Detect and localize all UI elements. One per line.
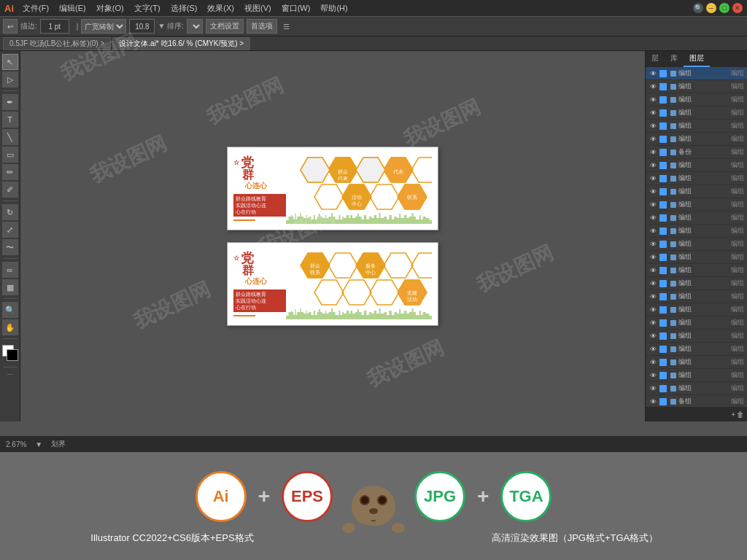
layer-eye-6[interactable]: 👁 [649,148,657,157]
layer-item-19[interactable]: 👁 编组 编组 [646,316,747,330]
layer-edit-25[interactable]: 编组 [731,397,744,406]
layer-eye-19[interactable]: 👁 [649,319,657,327]
layer-item-23[interactable]: 👁 编组 编组 [646,369,747,382]
layer-eye-21[interactable]: 👁 [649,345,657,354]
layer-edit-1[interactable]: 编组 [731,82,744,91]
layer-eye-1[interactable]: 👁 [649,82,657,91]
minimize-button[interactable]: ─ [706,3,716,13]
layer-eye-10[interactable]: 👁 [649,201,657,209]
panel-tab-layers[interactable]: 图层 [684,51,710,67]
maximize-button[interactable]: □ [719,3,729,13]
layer-item-16[interactable]: 👁 编组 编组 [646,277,747,290]
paintbrush-tool[interactable]: ✏ [2,164,18,180]
menu-file[interactable]: 文件(F) [18,1,53,15]
view-select[interactable]: 广宽铸制 [81,19,126,34]
layer-edit-12[interactable]: 编组 [731,226,744,236]
pencil-tool[interactable]: ✐ [2,182,18,198]
layer-eye-2[interactable]: 👁 [649,96,657,104]
menu-select[interactable]: 选择(S) [166,1,202,15]
sort-select[interactable] [187,19,203,34]
layer-edit-23[interactable]: 编组 [731,370,744,380]
menu-effect[interactable]: 效果(X) [203,1,239,15]
layer-eye-17[interactable]: 👁 [649,292,657,301]
layer-eye-20[interactable]: 👁 [649,332,657,341]
layer-eye-25[interactable]: 👁 [649,397,657,406]
layer-eye-0[interactable]: 👁 [649,69,657,78]
breadcrumb-tab-2[interactable]: 设计文体.ai* 吃16.6/ % (CMYK/预览) > [112,37,250,50]
layer-eye-13[interactable]: 👁 [649,240,657,249]
pen-tool[interactable]: ✒ [2,94,18,110]
layer-item-25[interactable]: 👁 备组 编组 [646,395,747,407]
layer-edit-2[interactable]: 编组 [731,95,744,104]
layer-edit-7[interactable]: 编组 [731,160,744,170]
menu-text[interactable]: 文字(T) [130,1,165,15]
color-selector[interactable] [2,345,18,361]
layer-item-2[interactable]: 👁 编组 编组 [646,93,747,106]
layer-eye-8[interactable]: 👁 [649,174,657,183]
layer-item-17[interactable]: 👁 编组 编组 [646,290,747,303]
layer-edit-3[interactable]: 编组 [731,108,744,117]
doc-setup-btn[interactable]: 文档设置 [206,19,244,34]
panel-tab-library[interactable]: 库 [665,51,684,67]
menu-object[interactable]: 对象(O) [92,1,128,15]
select-tool[interactable]: ↖ [2,54,18,70]
layer-item-9[interactable]: 👁 编组 编组 [646,185,747,198]
tool-options-btn[interactable]: ↩ [3,19,18,34]
menu-edit[interactable]: 编辑(E) [55,1,90,15]
layer-edit-22[interactable]: 编组 [731,357,744,367]
menu-view[interactable]: 视图(V) [240,1,276,15]
scale-tool[interactable]: ⤢ [2,222,18,238]
menu-window[interactable]: 窗口(W) [277,1,315,15]
layer-item-4[interactable]: 👁 编组 编组 [646,120,747,133]
layer-edit-19[interactable]: 编组 [731,318,744,327]
layer-item-11[interactable]: 👁 编组 编组 [646,211,747,225]
canvas-area[interactable]: ☆ 党 群 心连心 群众路线教育实践活动心连心在行动 [20,51,645,421]
layer-edit-16[interactable]: 编组 [731,279,744,288]
layer-eye-16[interactable]: 👁 [649,279,657,288]
graph-tool[interactable]: ▦ [2,279,18,295]
layer-edit-10[interactable]: 编组 [731,200,744,209]
layer-edit-13[interactable]: 编组 [731,239,744,249]
layer-edit-5[interactable]: 编组 [731,134,744,144]
stroke-input[interactable] [40,19,69,34]
layer-edit-9[interactable]: 编组 [731,187,744,196]
layer-eye-12[interactable]: 👁 [649,227,657,236]
layer-item-24[interactable]: 👁 编组 编组 [646,382,747,395]
layer-edit-8[interactable]: 编组 [731,174,744,183]
layer-edit-20[interactable]: 编组 [731,331,744,341]
layer-eye-5[interactable]: 👁 [649,135,657,144]
layer-item-13[interactable]: 👁 编组 编组 [646,238,747,251]
blend-tool[interactable]: ∞ [2,262,18,278]
type-tool[interactable]: T [2,112,18,128]
layer-item-1[interactable]: 👁 编组 编组 [646,80,747,93]
zoom-dropdown[interactable]: ▼ [35,440,42,448]
layer-item-10[interactable]: 👁 编组 编组 [646,198,747,211]
layer-edit-21[interactable]: 编组 [731,344,744,354]
layer-item-3[interactable]: 👁 编组 编组 [646,106,747,120]
opacity-input[interactable] [129,19,155,34]
layer-eye-23[interactable]: 👁 [649,371,657,380]
layer-eye-15[interactable]: 👁 [649,266,657,275]
delete-layer-btn[interactable]: 🗑 [737,411,744,419]
layer-eye-7[interactable]: 👁 [649,161,657,170]
layer-eye-14[interactable]: 👁 [649,253,657,262]
layer-item-22[interactable]: 👁 编组 编组 [646,356,747,369]
layer-edit-24[interactable]: 编组 [731,384,744,393]
layer-edit-14[interactable]: 编组 [731,252,744,262]
layer-edit-4[interactable]: 编组 [731,121,744,131]
background-color[interactable] [7,349,18,361]
layer-eye-4[interactable]: 👁 [649,122,657,131]
rotate-tool[interactable]: ↻ [2,204,18,220]
preferences-btn[interactable]: 首选项 [247,19,277,34]
panel-tab-layers-alt[interactable]: 层 [646,51,665,67]
layer-edit-17[interactable]: 编组 [731,292,744,301]
warp-tool[interactable]: 〜 [2,239,18,255]
search-icon[interactable]: 🔍 [693,3,703,13]
layer-item-20[interactable]: 👁 编组 编组 [646,330,747,343]
layer-edit-6[interactable]: 编组 [731,147,744,157]
layer-item-6[interactable]: 👁 备份 编组 [646,146,747,159]
new-layer-btn[interactable]: + [731,411,735,419]
layer-edit-15[interactable]: 编组 [731,265,744,275]
breadcrumb-tab-1[interactable]: 0.5JF 吃汤(LB公社,标签)(0) > [3,37,111,50]
layer-edit-18[interactable]: 编组 [731,305,744,314]
